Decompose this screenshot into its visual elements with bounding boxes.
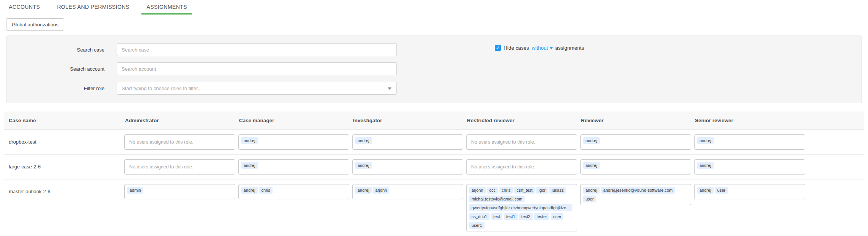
assignments-table: Case nameAdministratorCase managerInvest… bbox=[4, 112, 864, 236]
user-chip[interactable]: andrej bbox=[355, 137, 372, 144]
filter-role-label: Filter role bbox=[6, 86, 104, 91]
user-chip[interactable]: arjohn bbox=[469, 187, 486, 194]
user-chip[interactable]: andrej.jesenko@vound-software.com bbox=[601, 187, 675, 194]
user-chip[interactable]: csrf_test bbox=[514, 187, 535, 194]
user-chip[interactable]: andrej bbox=[697, 137, 714, 144]
role-assignment-box[interactable]: No users assigned to this role. bbox=[124, 134, 235, 150]
case-name: large-case-2-6 bbox=[4, 164, 124, 170]
tab-accounts[interactable]: ACCOUNTS bbox=[9, 0, 40, 14]
user-chip[interactable]: andrej bbox=[583, 162, 600, 169]
column-header: Reviewer bbox=[580, 118, 691, 123]
user-chip[interactable]: admin bbox=[127, 187, 143, 194]
user-chip[interactable]: lukasz bbox=[549, 187, 566, 194]
role-assignment-box[interactable]: andrejarjohn bbox=[352, 184, 463, 199]
user-chip[interactable]: chris bbox=[259, 187, 273, 194]
empty-role-text: No users assigned to this role. bbox=[127, 137, 193, 147]
hide-cases-filter: Hide cases without assignments bbox=[495, 45, 584, 51]
hide-cases-checkbox[interactable] bbox=[495, 45, 501, 51]
user-chip[interactable]: user bbox=[583, 196, 596, 202]
search-account-row: Search account bbox=[6, 62, 397, 75]
role-assignment-box[interactable]: andrejandrej.jesenko@vound-software.comu… bbox=[580, 184, 691, 205]
user-chip[interactable]: igor bbox=[536, 187, 548, 194]
filter-panel: Search case Search account Filter role H… bbox=[6, 36, 862, 103]
user-chip[interactable]: test1 bbox=[504, 213, 518, 220]
search-account-label: Search account bbox=[6, 66, 104, 72]
role-assignment-box[interactable]: andrej bbox=[238, 159, 349, 175]
user-chip[interactable]: andrej bbox=[355, 162, 372, 169]
search-case-input[interactable] bbox=[117, 43, 397, 56]
role-assignment-box[interactable]: andrej bbox=[352, 134, 463, 150]
user-chip[interactable]: user bbox=[551, 213, 563, 220]
hide-cases-label-prefix: Hide cases bbox=[504, 45, 529, 51]
column-header: Restricted reviewer bbox=[466, 118, 577, 123]
role-assignment-box[interactable]: andrejuser bbox=[694, 184, 805, 199]
case-name: master-outlook-2-6 bbox=[4, 189, 124, 194]
user-chip[interactable]: andrej bbox=[697, 187, 714, 194]
role-assignment-box[interactable]: andrej bbox=[352, 159, 463, 175]
user-chip[interactable]: andrej bbox=[241, 187, 258, 194]
search-account-input[interactable] bbox=[117, 62, 397, 75]
role-assignment-box[interactable]: No users assigned to this role. bbox=[124, 159, 235, 175]
column-header: Investigator bbox=[352, 118, 463, 123]
table-row: dropbox-testNo users assigned to this ro… bbox=[4, 130, 864, 155]
hide-cases-mode-dropdown[interactable]: without bbox=[532, 45, 553, 51]
tab-assignments[interactable]: ASSIGNMENTS bbox=[146, 0, 187, 14]
hide-cases-mode-value[interactable]: without bbox=[532, 45, 548, 51]
user-chip[interactable]: chris bbox=[499, 187, 513, 194]
user-chip[interactable]: ccc bbox=[487, 187, 498, 194]
role-assignment-box[interactable]: andrej bbox=[238, 134, 349, 150]
column-header: Administrator bbox=[124, 118, 235, 123]
role-assignment-box[interactable]: andrej bbox=[694, 159, 805, 175]
user-chip[interactable]: arjohn bbox=[373, 187, 390, 194]
empty-role-text: No users assigned to this role. bbox=[127, 162, 193, 172]
empty-role-text: No users assigned to this role. bbox=[469, 162, 535, 172]
table-row: master-outlook-2-6adminandrejchrisandrej… bbox=[4, 179, 864, 236]
case-name: dropbox-test bbox=[4, 139, 124, 145]
role-assignment-box[interactable]: andrej bbox=[580, 159, 691, 175]
tab-bar: ACCOUNTS ROLES AND PERMISSIONS ASSIGNMEN… bbox=[0, 0, 868, 14]
role-assignment-box[interactable]: No users assigned to this role. bbox=[466, 159, 577, 175]
role-assignment-box[interactable]: No users assigned to this role. bbox=[466, 134, 577, 150]
user-chip[interactable]: qwertyuiopasdfghjklzxcvbnmqwertyuiopasdf… bbox=[469, 204, 572, 211]
global-authorizations-button[interactable]: Global authorizations bbox=[6, 18, 64, 31]
role-assignment-box[interactable]: admin bbox=[124, 184, 235, 199]
user-chip[interactable]: user bbox=[715, 187, 728, 194]
user-chip[interactable]: ss_dcb1 bbox=[469, 213, 489, 220]
user-chip[interactable]: andrej bbox=[583, 137, 600, 144]
user-chip[interactable]: tester bbox=[534, 213, 549, 220]
filter-role-input[interactable] bbox=[117, 82, 397, 95]
table-row: large-case-2-6No users assigned to this … bbox=[4, 155, 864, 179]
role-assignment-box[interactable]: andrej bbox=[694, 134, 805, 150]
user-chip[interactable]: andrej bbox=[583, 187, 600, 194]
column-header: Case name bbox=[4, 118, 124, 123]
role-assignment-box[interactable]: arjohncccchriscsrf_testigorlukaszmichal.… bbox=[466, 184, 577, 231]
user-chip[interactable]: user1 bbox=[469, 222, 485, 229]
table-header-row: Case nameAdministratorCase managerInvest… bbox=[4, 112, 864, 130]
column-header: Senior reviewer bbox=[694, 118, 805, 123]
hide-cases-label-suffix: assignments bbox=[555, 45, 584, 51]
chevron-down-icon[interactable] bbox=[388, 87, 391, 90]
table-body: dropbox-testNo users assigned to this ro… bbox=[4, 130, 864, 236]
user-chip[interactable]: andrej bbox=[241, 162, 258, 169]
role-assignment-box[interactable]: andrej bbox=[580, 134, 691, 150]
filter-role-select[interactable] bbox=[117, 82, 397, 95]
filter-role-row: Filter role bbox=[6, 82, 397, 95]
user-chip[interactable]: test2 bbox=[519, 213, 533, 220]
search-case-label: Search case bbox=[6, 47, 104, 53]
user-chip[interactable]: andrej bbox=[355, 187, 372, 194]
empty-role-text: No users assigned to this role. bbox=[469, 137, 535, 147]
chevron-down-icon bbox=[550, 47, 553, 49]
user-chip[interactable]: andrej bbox=[241, 137, 258, 144]
tab-roles-and-permissions[interactable]: ROLES AND PERMISSIONS bbox=[57, 0, 130, 14]
search-case-row: Search case bbox=[6, 43, 397, 56]
user-chip[interactable]: test bbox=[491, 213, 502, 220]
column-header: Case manager bbox=[238, 118, 349, 123]
user-chip[interactable]: michal.testovic@gmail.com bbox=[469, 196, 525, 202]
user-chip[interactable]: andrej bbox=[697, 162, 714, 169]
role-assignment-box[interactable]: andrejchris bbox=[238, 184, 349, 199]
